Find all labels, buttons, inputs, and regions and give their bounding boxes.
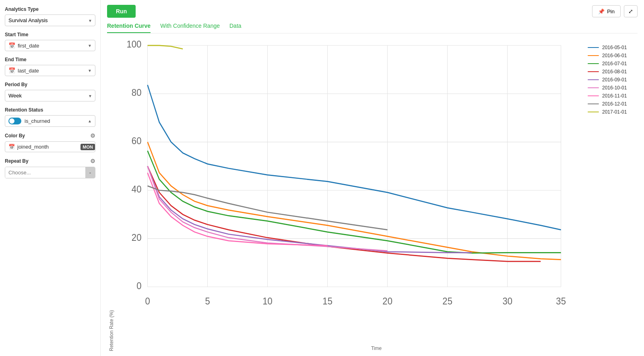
legend-item-label: 2016-08-01 bbox=[602, 69, 627, 75]
chart-legend: 2016-05-01 2016-06-01 2016-07-01 2016-08… bbox=[581, 37, 638, 344]
svg-text:20: 20 bbox=[132, 232, 142, 243]
color-by-field-value: joined_month bbox=[17, 144, 49, 150]
color-by-calendar-icon: 📅 bbox=[8, 144, 15, 150]
legend-item: 2016-10-01 bbox=[588, 85, 638, 91]
retention-status-label: Retention Status bbox=[5, 107, 95, 113]
legend-item-label: 2017-01-01 bbox=[602, 109, 627, 115]
top-bar: Run 📌 Pin ⤢ bbox=[107, 5, 638, 18]
pin-button[interactable]: 📌 Pin bbox=[592, 5, 621, 17]
color-by-input[interactable]: 📅 joined_month MON bbox=[5, 141, 95, 152]
end-time-calendar-icon: 📅 bbox=[8, 67, 15, 74]
legend-item-label: 2016-06-01 bbox=[602, 53, 627, 58]
legend-line-color bbox=[588, 79, 599, 80]
top-right-actions: 📌 Pin ⤢ bbox=[592, 5, 638, 17]
legend-item-label: 2016-05-01 bbox=[602, 45, 627, 50]
analytics-type-label: Analytics Type bbox=[5, 6, 95, 12]
repeat-by-field[interactable] bbox=[5, 167, 85, 178]
legend-line-color bbox=[588, 47, 599, 48]
legend-item-label: 2016-12-01 bbox=[602, 101, 627, 107]
main-panel: Run 📌 Pin ⤢ Retention Curve With Confide… bbox=[101, 0, 644, 356]
retention-chart-svg: .grid-line { stroke: #e0e0e0; stroke-wid… bbox=[115, 37, 581, 344]
period-by-label: Period By bbox=[5, 82, 95, 87]
start-time-value: first_date bbox=[18, 43, 85, 49]
svg-text:35: 35 bbox=[556, 296, 566, 306]
color-by-badge[interactable]: MON bbox=[80, 144, 95, 150]
repeat-by-input[interactable]: - bbox=[5, 167, 95, 178]
legend-line-color bbox=[588, 71, 599, 72]
start-time-input[interactable]: 📅 first_date ▼ bbox=[5, 40, 95, 51]
repeat-by-minus-button[interactable]: - bbox=[85, 167, 95, 178]
retention-status-toggle[interactable] bbox=[8, 118, 21, 124]
tab-data[interactable]: Data bbox=[229, 23, 242, 33]
start-time-label: Start Time bbox=[5, 32, 95, 37]
svg-text:40: 40 bbox=[132, 184, 142, 195]
legend-line-color bbox=[588, 87, 599, 88]
legend-line-color bbox=[588, 112, 599, 112]
legend-item-label: 2016-07-01 bbox=[602, 61, 627, 66]
legend-item-label: 2016-10-01 bbox=[602, 85, 627, 91]
end-time-label: End Time bbox=[5, 57, 95, 62]
end-time-value: last_date bbox=[18, 68, 85, 74]
svg-text:100: 100 bbox=[126, 39, 141, 50]
period-by-select-wrapper[interactable]: Week ▼ bbox=[5, 90, 95, 101]
y-axis-label: Retention Rate (%) bbox=[107, 37, 114, 351]
x-axis-label: Time bbox=[115, 344, 638, 351]
svg-text:5: 5 bbox=[205, 296, 210, 306]
color-by-gear-icon[interactable]: ⚙ bbox=[90, 132, 95, 139]
svg-text:0: 0 bbox=[136, 280, 141, 291]
legend-item: 2016-11-01 bbox=[588, 93, 638, 99]
legend-item: 2016-06-01 bbox=[588, 53, 638, 58]
legend-line-color bbox=[588, 55, 599, 56]
retention-status-arrow-icon: ▲ bbox=[88, 119, 92, 123]
chart-and-legend: .grid-line { stroke: #e0e0e0; stroke-wid… bbox=[115, 37, 638, 344]
chart-inner: .grid-line { stroke: #e0e0e0; stroke-wid… bbox=[115, 37, 638, 351]
sidebar: Analytics Type Survival Analysis ▼ Start… bbox=[0, 0, 101, 356]
svg-text:10: 10 bbox=[262, 296, 272, 306]
repeat-by-gear-icon[interactable]: ⚙ bbox=[90, 158, 95, 164]
analytics-type-select-wrapper[interactable]: Survival Analysis ▼ bbox=[5, 14, 95, 26]
legend-line-color bbox=[588, 95, 599, 96]
end-time-arrow-icon: ▼ bbox=[88, 68, 92, 73]
expand-button[interactable]: ⤢ bbox=[624, 5, 638, 17]
period-by-select[interactable]: Week bbox=[5, 90, 95, 101]
svg-text:20: 20 bbox=[382, 296, 392, 306]
retention-status-input[interactable]: is_churned ▲ bbox=[5, 115, 95, 127]
legend-item: 2016-09-01 bbox=[588, 77, 638, 83]
legend-item-label: 2016-11-01 bbox=[602, 93, 627, 99]
legend-item: 2017-01-01 bbox=[588, 109, 638, 115]
svg-text:80: 80 bbox=[132, 87, 142, 98]
svg-text:15: 15 bbox=[322, 296, 332, 306]
legend-item: 2016-08-01 bbox=[588, 69, 638, 75]
chart-container: Retention Rate (%) .grid-line { stroke: … bbox=[107, 37, 638, 351]
start-time-calendar-icon: 📅 bbox=[8, 42, 15, 49]
legend-item: 2016-07-01 bbox=[588, 61, 638, 66]
repeat-by-label: Repeat By ⚙ bbox=[5, 158, 95, 164]
legend-item: 2016-12-01 bbox=[588, 101, 638, 107]
tab-confidence-range[interactable]: With Confidence Range bbox=[160, 23, 220, 33]
svg-text:60: 60 bbox=[132, 135, 142, 146]
legend-item: 2016-05-01 bbox=[588, 45, 638, 50]
legend-line-color bbox=[588, 103, 599, 104]
svg-text:30: 30 bbox=[502, 296, 512, 306]
pin-icon: 📌 bbox=[598, 8, 605, 14]
legend-line-color bbox=[588, 63, 599, 64]
color-by-label: Color By ⚙ bbox=[5, 132, 95, 139]
svg-text:0: 0 bbox=[145, 296, 150, 306]
legend-item-label: 2016-09-01 bbox=[602, 77, 627, 83]
retention-status-value: is_churned bbox=[25, 118, 85, 124]
tab-retention-curve[interactable]: Retention Curve bbox=[107, 23, 151, 33]
end-time-input[interactable]: 📅 last_date ▼ bbox=[5, 65, 95, 76]
start-time-arrow-icon: ▼ bbox=[88, 43, 92, 48]
chart-tabs: Retention Curve With Confidence Range Da… bbox=[107, 23, 638, 33]
analytics-type-select[interactable]: Survival Analysis bbox=[5, 14, 95, 26]
run-button[interactable]: Run bbox=[107, 5, 136, 18]
svg-text:25: 25 bbox=[442, 296, 452, 306]
